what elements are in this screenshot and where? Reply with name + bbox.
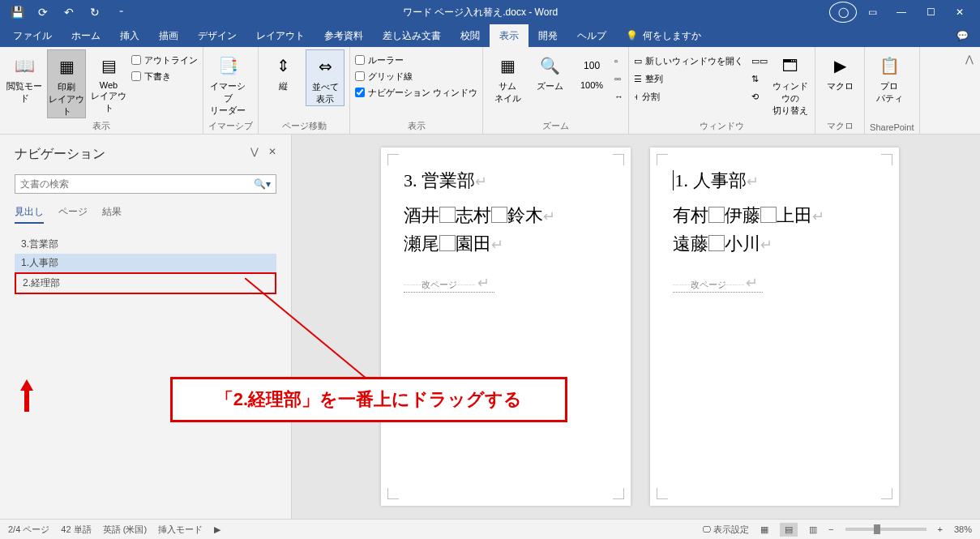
reset-window-button[interactable]: ⟲ [751,88,768,105]
page-left[interactable]: 3. 営業部↵ 酒井志村鈴木↵ 瀬尾園田↵ ┄┄改ページ┄┄ ↵ [381,148,631,506]
view-web-icon[interactable]: ▥ [809,524,817,535]
tab-insert[interactable]: 挿入 [110,24,149,47]
nav-search-input[interactable] [20,178,254,190]
outline-check[interactable]: アウトライン [131,53,198,67]
status-bar: 2/4 ページ 42 単語 英語 (米国) 挿入モード ▶ 🖵 表示設定 ▦ ▤… [0,519,980,539]
group-macro-label: マクロ [820,118,859,134]
immersive-label: イマーシブ リーダー [208,80,247,117]
gridlines-check[interactable]: グリッド線 [355,69,477,83]
zoom-slider[interactable] [845,528,927,531]
switch-windows-button[interactable]: 🗔ウィンドウの 切り替え [771,49,810,117]
tab-mailings[interactable]: 差し込み文書 [373,24,451,47]
view-side-by-side-button[interactable]: ▭▭ [751,53,768,69]
search-icon[interactable]: 🔍▾ [254,178,271,190]
side-by-side-button[interactable]: ⇔並べて 表示 [306,49,344,106]
tab-developer[interactable]: 開発 [529,24,567,47]
comments-icon[interactable]: 💬 [945,24,980,47]
one-page-button[interactable]: ▫ [614,53,623,69]
group-show-label: 表示 [355,118,477,134]
tab-help[interactable]: ヘルプ [567,24,616,47]
page-line: 瀬尾園田↵ [404,229,608,258]
group-immersive-label: イマーシブ [208,118,253,134]
zoom-button[interactable]: 🔍ズーム [530,49,569,92]
thumb-label: サム ネイル [494,80,521,105]
autosave-icon[interactable]: ⟳ [32,2,53,23]
group-sharepoint-label: SharePoint [870,121,914,134]
tab-home[interactable]: ホーム [62,24,110,47]
vertical-label: 縦 [279,80,288,92]
tab-layout[interactable]: レイアウト [246,24,315,47]
status-words[interactable]: 42 単語 [61,524,91,536]
undo-icon[interactable]: ↶ [58,2,79,23]
web-layout-button[interactable]: ▤Web レイアウト [89,49,128,114]
zoom-level[interactable]: 38% [954,524,972,534]
view-read-icon[interactable]: ▦ [760,524,768,535]
macros-button[interactable]: ▶マクロ [820,49,859,92]
nav-tab-pages[interactable]: ページ [58,205,88,224]
web-layout-label: Web レイアウト [89,80,128,114]
sync-scroll-button[interactable]: ⇅ [751,71,768,87]
ribbon-tabs: ファイル ホーム 挿入 描画 デザイン レイアウト 参考資料 差し込み文書 校閲… [0,24,980,47]
nav-tab-headings[interactable]: 見出し [15,205,44,224]
split-button[interactable]: ⫞ 分割 [634,88,743,105]
group-window-label: ウィンドウ [634,118,810,134]
minimize-button[interactable]: — [888,2,915,23]
arrange-all-button[interactable]: ☰ 整列 [634,71,743,87]
zoom-out-icon[interactable]: − [828,524,833,534]
zoom-label: ズーム [537,80,563,92]
maximize-button[interactable]: ☐ [917,2,944,23]
tell-me[interactable]: 💡 何をしますか [616,24,711,47]
nav-close-icon[interactable]: ✕ [268,146,276,157]
print-layout-label: 印刷 レイアウト [48,81,85,118]
thumbnails-button[interactable]: ▦サム ネイル [488,49,527,105]
page-break-marker: ┄┄改ページ┄┄ ↵ [404,274,494,293]
zoom-100-button[interactable]: 100100% [572,49,611,90]
immersive-reader-button[interactable]: 📑イマーシブ リーダー [208,49,247,117]
read-mode-label: 閲覧モード [5,80,44,105]
properties-button[interactable]: 📋プロ パティ [870,49,909,105]
collapse-ribbon-icon[interactable]: ⋀ [959,47,980,134]
switch-label: ウィンドウの 切り替え [771,80,810,117]
page-line: 有村伊藤上田↵ [673,201,877,229]
draft-check[interactable]: 下書き [131,69,198,83]
redo-icon[interactable]: ↻ [84,2,105,23]
nav-tab-results[interactable]: 結果 [102,205,122,224]
view-print-icon[interactable]: ▤ [780,523,798,537]
page-break-marker: ┄┄改ページ┄┄ ↵ [673,274,764,293]
nav-item[interactable]: 1.人事部 [15,254,276,272]
ribbon-display-icon[interactable]: ▭ [858,2,886,23]
tab-review[interactable]: 校閲 [451,24,490,47]
tab-design[interactable]: デザイン [188,24,246,47]
status-page[interactable]: 2/4 ページ [8,524,49,536]
nav-collapse-icon[interactable]: ⋁ [250,146,259,157]
page-width-button[interactable]: ↔ [614,88,623,105]
nav-item-highlighted[interactable]: 2.経理部 [15,272,276,294]
nav-item[interactable]: 3.営業部 [15,235,276,254]
zoom-in-icon[interactable]: + [938,524,943,534]
ruler-check[interactable]: ルーラー [355,53,477,67]
status-mode[interactable]: 挿入モード [158,524,203,536]
page-right[interactable]: 1. 人事部↵ 有村伊藤上田↵ 遠藤小川↵ ┄┄改ページ┄┄ ↵ [650,148,900,506]
macro-icon[interactable]: ▶ [214,524,220,535]
save-icon[interactable]: 💾 [6,2,28,23]
tab-file[interactable]: ファイル [3,24,62,47]
vertical-button[interactable]: ⇕縦 [263,49,302,92]
qat-dropdown-icon[interactable]: ⁼ [110,2,131,23]
print-layout-button[interactable]: ▦印刷 レイアウト [47,49,86,118]
gridlines-label: グリッド線 [368,71,413,83]
new-window-button[interactable]: ▭ 新しいウィンドウを開く [634,53,743,69]
arrange-label: 整列 [645,73,663,85]
display-settings[interactable]: 🖵 表示設定 [702,524,749,536]
status-lang[interactable]: 英語 (米国) [103,524,147,536]
navpane-check[interactable]: ナビゲーション ウィンドウ [355,85,477,100]
nav-search[interactable]: 🔍▾ [15,174,276,194]
multi-page-button[interactable]: ▫▫ [614,71,623,87]
tab-draw[interactable]: 描画 [149,24,188,47]
close-button[interactable]: ✕ [946,2,974,23]
account-icon[interactable]: ◯ [829,2,857,23]
tab-references[interactable]: 参考資料 [315,24,373,47]
draft-label: 下書き [144,71,171,83]
tab-view[interactable]: 表示 [490,24,529,47]
titlebar: 💾 ⟳ ↶ ↻ ⁼ ワード ページ入れ替え.docx - Word ◯ ▭ — … [0,0,980,24]
read-mode-button[interactable]: 📖閲覧モード [5,49,44,105]
